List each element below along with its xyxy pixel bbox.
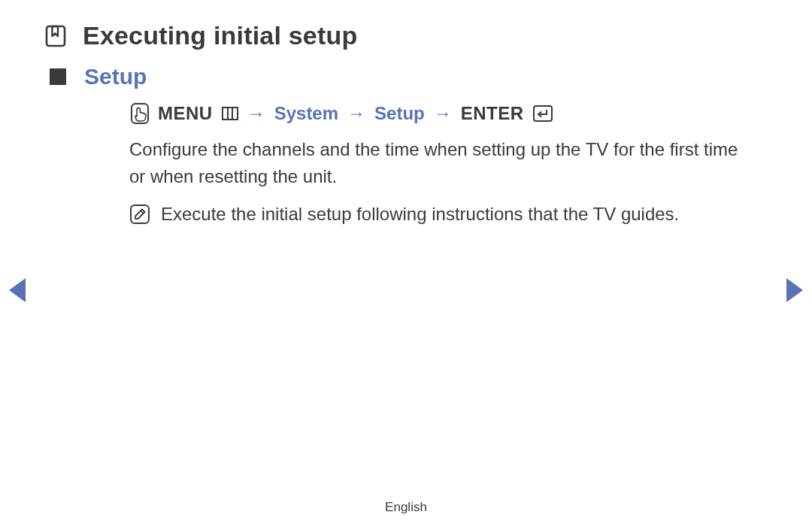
square-bullet-icon <box>50 68 66 85</box>
svg-rect-6 <box>131 205 149 223</box>
hand-remote-icon <box>129 101 150 126</box>
enter-return-icon <box>533 105 553 122</box>
bookmark-icon <box>45 25 66 47</box>
prev-page-arrow[interactable] <box>9 278 26 302</box>
note-text: Execute the initial setup following inst… <box>161 201 679 228</box>
enter-label: ENTER <box>461 103 524 124</box>
next-page-arrow[interactable] <box>786 278 803 302</box>
manual-page: Executing initial setup Setup MENU → Sys… <box>0 0 812 530</box>
footer-language: English <box>0 500 812 515</box>
title-row: Executing initial setup <box>45 21 767 50</box>
section-row: Setup <box>50 64 767 89</box>
path-item-system: System <box>274 103 338 124</box>
path-item-setup: Setup <box>374 103 425 124</box>
menu-label: MENU <box>158 103 213 124</box>
page-title: Executing initial setup <box>83 21 357 50</box>
svg-rect-2 <box>223 108 238 120</box>
section-heading: Setup <box>84 64 147 89</box>
body-paragraph: Configure the channels and the time when… <box>129 136 752 190</box>
note-pencil-icon <box>129 204 150 225</box>
svg-line-7 <box>141 211 144 214</box>
arrow-sep-2: → <box>346 103 367 124</box>
menu-path: MENU → System → Setup → ENTER <box>129 101 767 126</box>
svg-rect-0 <box>47 26 65 46</box>
note-row: Execute the initial setup following inst… <box>129 201 752 228</box>
arrow-sep-3: → <box>432 103 453 124</box>
arrow-sep-1: → <box>246 103 267 124</box>
menu-grid-icon <box>222 107 238 120</box>
